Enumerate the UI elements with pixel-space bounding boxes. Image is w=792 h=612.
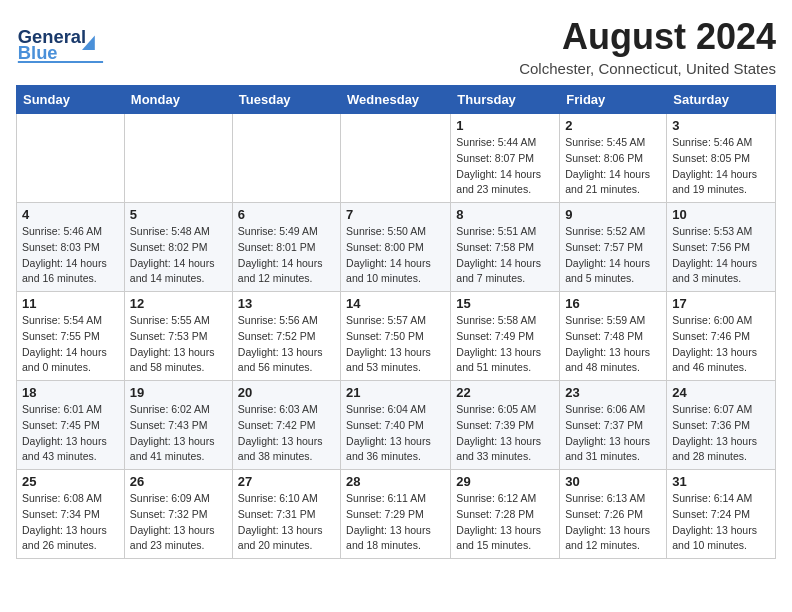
day-number: 12 <box>130 296 227 311</box>
day-info: Sunrise: 6:01 AMSunset: 7:45 PMDaylight:… <box>22 402 119 465</box>
calendar-cell: 2Sunrise: 5:45 AMSunset: 8:06 PMDaylight… <box>560 114 667 203</box>
calendar-cell: 20Sunrise: 6:03 AMSunset: 7:42 PMDayligh… <box>232 381 340 470</box>
day-info: Sunrise: 5:54 AMSunset: 7:55 PMDaylight:… <box>22 313 119 376</box>
calendar-cell: 30Sunrise: 6:13 AMSunset: 7:26 PMDayligh… <box>560 470 667 559</box>
calendar-cell: 31Sunrise: 6:14 AMSunset: 7:24 PMDayligh… <box>667 470 776 559</box>
day-number: 30 <box>565 474 661 489</box>
day-header-friday: Friday <box>560 86 667 114</box>
calendar-cell: 7Sunrise: 5:50 AMSunset: 8:00 PMDaylight… <box>341 203 451 292</box>
calendar-cell: 26Sunrise: 6:09 AMSunset: 7:32 PMDayligh… <box>124 470 232 559</box>
day-number: 3 <box>672 118 770 133</box>
day-number: 29 <box>456 474 554 489</box>
svg-text:Blue: Blue <box>18 42 58 63</box>
calendar-cell: 24Sunrise: 6:07 AMSunset: 7:36 PMDayligh… <box>667 381 776 470</box>
day-info: Sunrise: 6:08 AMSunset: 7:34 PMDaylight:… <box>22 491 119 554</box>
day-header-wednesday: Wednesday <box>341 86 451 114</box>
day-info: Sunrise: 5:49 AMSunset: 8:01 PMDaylight:… <box>238 224 335 287</box>
calendar-table: SundayMondayTuesdayWednesdayThursdayFrid… <box>16 85 776 559</box>
page-header: General Blue August 2024 Colchester, Con… <box>16 16 776 77</box>
month-title: August 2024 <box>519 16 776 58</box>
day-number: 26 <box>130 474 227 489</box>
location: Colchester, Connecticut, United States <box>519 60 776 77</box>
day-number: 10 <box>672 207 770 222</box>
day-info: Sunrise: 5:58 AMSunset: 7:49 PMDaylight:… <box>456 313 554 376</box>
calendar-cell <box>232 114 340 203</box>
calendar-cell <box>124 114 232 203</box>
calendar-week-2: 4Sunrise: 5:46 AMSunset: 8:03 PMDaylight… <box>17 203 776 292</box>
day-info: Sunrise: 6:14 AMSunset: 7:24 PMDaylight:… <box>672 491 770 554</box>
day-info: Sunrise: 5:44 AMSunset: 8:07 PMDaylight:… <box>456 135 554 198</box>
day-info: Sunrise: 5:56 AMSunset: 7:52 PMDaylight:… <box>238 313 335 376</box>
day-number: 16 <box>565 296 661 311</box>
day-number: 8 <box>456 207 554 222</box>
day-number: 7 <box>346 207 445 222</box>
day-header-thursday: Thursday <box>451 86 560 114</box>
day-info: Sunrise: 6:00 AMSunset: 7:46 PMDaylight:… <box>672 313 770 376</box>
calendar-cell: 27Sunrise: 6:10 AMSunset: 7:31 PMDayligh… <box>232 470 340 559</box>
day-info: Sunrise: 6:09 AMSunset: 7:32 PMDaylight:… <box>130 491 227 554</box>
day-info: Sunrise: 6:06 AMSunset: 7:37 PMDaylight:… <box>565 402 661 465</box>
day-number: 5 <box>130 207 227 222</box>
logo: General Blue <box>16 16 126 64</box>
day-number: 1 <box>456 118 554 133</box>
calendar-week-4: 18Sunrise: 6:01 AMSunset: 7:45 PMDayligh… <box>17 381 776 470</box>
day-info: Sunrise: 6:10 AMSunset: 7:31 PMDaylight:… <box>238 491 335 554</box>
calendar-cell: 28Sunrise: 6:11 AMSunset: 7:29 PMDayligh… <box>341 470 451 559</box>
day-info: Sunrise: 5:55 AMSunset: 7:53 PMDaylight:… <box>130 313 227 376</box>
calendar-cell: 15Sunrise: 5:58 AMSunset: 7:49 PMDayligh… <box>451 292 560 381</box>
day-number: 17 <box>672 296 770 311</box>
calendar-cell: 17Sunrise: 6:00 AMSunset: 7:46 PMDayligh… <box>667 292 776 381</box>
calendar-cell <box>341 114 451 203</box>
day-info: Sunrise: 5:48 AMSunset: 8:02 PMDaylight:… <box>130 224 227 287</box>
day-header-saturday: Saturday <box>667 86 776 114</box>
day-info: Sunrise: 5:45 AMSunset: 8:06 PMDaylight:… <box>565 135 661 198</box>
day-header-row: SundayMondayTuesdayWednesdayThursdayFrid… <box>17 86 776 114</box>
day-number: 6 <box>238 207 335 222</box>
calendar-cell: 9Sunrise: 5:52 AMSunset: 7:57 PMDaylight… <box>560 203 667 292</box>
calendar-week-3: 11Sunrise: 5:54 AMSunset: 7:55 PMDayligh… <box>17 292 776 381</box>
day-number: 20 <box>238 385 335 400</box>
day-header-monday: Monday <box>124 86 232 114</box>
calendar-cell: 22Sunrise: 6:05 AMSunset: 7:39 PMDayligh… <box>451 381 560 470</box>
day-header-tuesday: Tuesday <box>232 86 340 114</box>
calendar-cell: 19Sunrise: 6:02 AMSunset: 7:43 PMDayligh… <box>124 381 232 470</box>
day-number: 24 <box>672 385 770 400</box>
calendar-week-5: 25Sunrise: 6:08 AMSunset: 7:34 PMDayligh… <box>17 470 776 559</box>
calendar-cell: 1Sunrise: 5:44 AMSunset: 8:07 PMDaylight… <box>451 114 560 203</box>
day-info: Sunrise: 6:04 AMSunset: 7:40 PMDaylight:… <box>346 402 445 465</box>
day-info: Sunrise: 6:03 AMSunset: 7:42 PMDaylight:… <box>238 402 335 465</box>
calendar-cell: 11Sunrise: 5:54 AMSunset: 7:55 PMDayligh… <box>17 292 125 381</box>
day-number: 28 <box>346 474 445 489</box>
day-number: 27 <box>238 474 335 489</box>
calendar-cell: 8Sunrise: 5:51 AMSunset: 7:58 PMDaylight… <box>451 203 560 292</box>
day-number: 19 <box>130 385 227 400</box>
calendar-cell: 4Sunrise: 5:46 AMSunset: 8:03 PMDaylight… <box>17 203 125 292</box>
calendar-cell: 16Sunrise: 5:59 AMSunset: 7:48 PMDayligh… <box>560 292 667 381</box>
calendar-cell: 6Sunrise: 5:49 AMSunset: 8:01 PMDaylight… <box>232 203 340 292</box>
day-info: Sunrise: 5:57 AMSunset: 7:50 PMDaylight:… <box>346 313 445 376</box>
calendar-cell <box>17 114 125 203</box>
calendar-cell: 10Sunrise: 5:53 AMSunset: 7:56 PMDayligh… <box>667 203 776 292</box>
calendar-week-1: 1Sunrise: 5:44 AMSunset: 8:07 PMDaylight… <box>17 114 776 203</box>
day-info: Sunrise: 5:51 AMSunset: 7:58 PMDaylight:… <box>456 224 554 287</box>
day-number: 13 <box>238 296 335 311</box>
calendar-cell: 29Sunrise: 6:12 AMSunset: 7:28 PMDayligh… <box>451 470 560 559</box>
day-number: 4 <box>22 207 119 222</box>
calendar-cell: 21Sunrise: 6:04 AMSunset: 7:40 PMDayligh… <box>341 381 451 470</box>
calendar-cell: 23Sunrise: 6:06 AMSunset: 7:37 PMDayligh… <box>560 381 667 470</box>
day-number: 9 <box>565 207 661 222</box>
calendar-cell: 13Sunrise: 5:56 AMSunset: 7:52 PMDayligh… <box>232 292 340 381</box>
day-info: Sunrise: 6:13 AMSunset: 7:26 PMDaylight:… <box>565 491 661 554</box>
day-info: Sunrise: 6:11 AMSunset: 7:29 PMDaylight:… <box>346 491 445 554</box>
day-number: 18 <box>22 385 119 400</box>
day-info: Sunrise: 6:02 AMSunset: 7:43 PMDaylight:… <box>130 402 227 465</box>
day-info: Sunrise: 5:59 AMSunset: 7:48 PMDaylight:… <box>565 313 661 376</box>
day-info: Sunrise: 5:46 AMSunset: 8:05 PMDaylight:… <box>672 135 770 198</box>
logo-image: General Blue <box>16 16 126 64</box>
day-info: Sunrise: 6:05 AMSunset: 7:39 PMDaylight:… <box>456 402 554 465</box>
day-number: 31 <box>672 474 770 489</box>
calendar-cell: 12Sunrise: 5:55 AMSunset: 7:53 PMDayligh… <box>124 292 232 381</box>
day-number: 11 <box>22 296 119 311</box>
day-number: 15 <box>456 296 554 311</box>
day-number: 25 <box>22 474 119 489</box>
